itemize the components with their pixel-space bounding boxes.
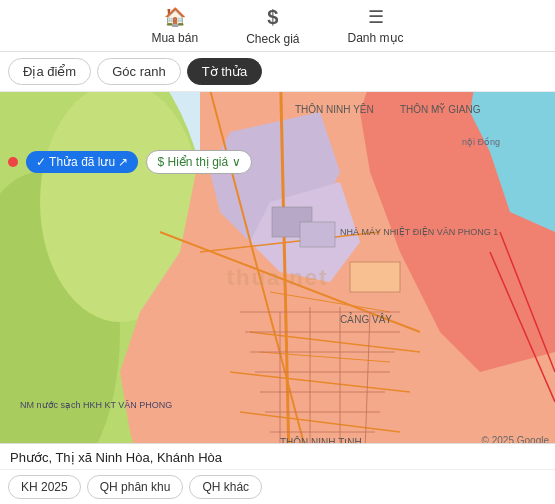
nav-mua-ban-label: Mua bán xyxy=(151,31,198,45)
tag-qh-phan-khu[interactable]: QH phân khu xyxy=(87,475,184,499)
location-text: Phước, Thị xã Ninh Hòa, Khánh Hòa xyxy=(0,444,555,470)
dollar-icon: $ xyxy=(267,6,278,29)
nav-mua-ban[interactable]: 🏠 Mua bán xyxy=(127,0,222,51)
svg-rect-33 xyxy=(350,262,400,292)
sub-filter-row: ✓ Thửa đã lưu ↗ $ Hiển thị giá ∨ xyxy=(0,144,555,180)
tag-kh-2025[interactable]: KH 2025 xyxy=(8,475,81,499)
red-dot xyxy=(8,157,18,167)
bottom-bar: Phước, Thị xã Ninh Hòa, Khánh Hòa KH 202… xyxy=(0,443,555,504)
filter-dia-diem[interactable]: Địa điểm xyxy=(8,58,91,85)
nav-danh-muc[interactable]: ☰ Danh mục xyxy=(324,0,428,51)
filter-row: Địa điểm Góc ranh Tờ thửa xyxy=(0,52,555,92)
filter-to-thua[interactable]: Tờ thửa xyxy=(187,58,263,85)
map-area[interactable]: thua.net THÔN NINH YÊN THÔN MỸ GIANG nội… xyxy=(0,52,555,504)
filter-goc-ranh[interactable]: Góc ranh xyxy=(97,58,180,85)
svg-rect-32 xyxy=(300,222,335,247)
home-icon: 🏠 xyxy=(164,6,186,28)
menu-icon: ☰ xyxy=(368,6,384,28)
nav-danh-muc-label: Danh mục xyxy=(348,31,404,45)
tag-qh-khac[interactable]: QH khác xyxy=(189,475,262,499)
bottom-tags: KH 2025 QH phân khu QH khác xyxy=(0,470,555,504)
nav-check-gia[interactable]: $ Check giá xyxy=(222,0,323,52)
nav-check-gia-label: Check giá xyxy=(246,32,299,46)
price-badge[interactable]: $ Hiển thị giá ∨ xyxy=(146,150,251,174)
map-svg xyxy=(0,52,555,504)
saved-badge[interactable]: ✓ Thửa đã lưu ↗ xyxy=(26,151,138,173)
top-navigation: 🏠 Mua bán $ Check giá ☰ Danh mục xyxy=(0,0,555,52)
